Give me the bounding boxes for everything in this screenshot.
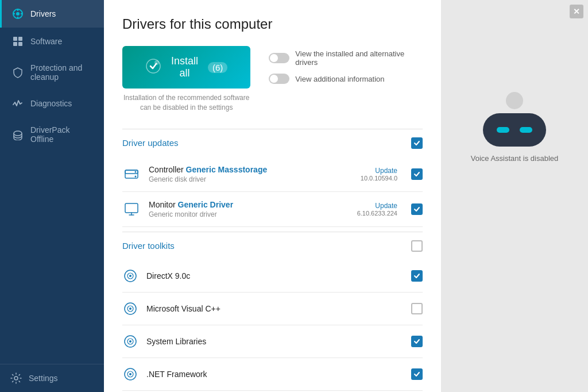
diagnostics-icon — [12, 98, 24, 109]
toolkit-checkbox-syslib[interactable] — [411, 336, 423, 347]
directx-icon — [122, 268, 138, 284]
meta-label-controller: Update — [351, 167, 397, 175]
svg-point-33 — [129, 373, 131, 375]
meta-version-controller: 10.0.10594.0 — [351, 175, 397, 182]
install-note: Installation of the recommended software… — [123, 93, 250, 113]
toggle-row-installed: View the installed and alternative drive… — [269, 49, 423, 67]
svg-rect-8 — [13, 42, 17, 46]
toggle-row-additional: View additional information — [269, 74, 423, 84]
storage-icon — [122, 165, 141, 183]
driver-meta-monitor: Update 6.10.6233.224 — [351, 202, 397, 217]
svg-point-24 — [129, 275, 131, 277]
robot-head — [506, 92, 523, 109]
toolkit-name-vcpp: Microsoft Visual C++ — [146, 304, 403, 313]
svg-point-18 — [135, 175, 137, 177]
sidebar-item-diagnostics[interactable]: Diagnostics — [0, 90, 104, 117]
driver-name-monitor: Monitor Generic Driver — [149, 200, 343, 209]
page-title: Drivers for this computer — [122, 16, 423, 32]
install-btn-icon: + — [145, 58, 161, 77]
toolkit-checkbox-dotnet[interactable] — [411, 368, 423, 380]
driver-toolkits-section-header: Driver toolkits — [122, 232, 423, 260]
toolkit-checkbox-vcpp[interactable] — [411, 303, 423, 314]
install-all-button[interactable]: + Install all (6) — [122, 46, 250, 89]
toggle-options: View the installed and alternative drive… — [269, 46, 423, 84]
driver-sub-controller: Generic disk driver — [149, 175, 343, 183]
drivers-icon — [12, 8, 24, 20]
install-section: + Install all (6) Installation of the re… — [122, 46, 423, 113]
settings-label: Settings — [29, 374, 58, 383]
dotnet-icon — [122, 366, 138, 382]
sidebar: Drivers Software Protection and cleanup … — [0, 0, 104, 392]
driver-name-highlight: Generic Massstorage — [186, 165, 268, 174]
toolkit-name-directx: DirectX 9.0c — [146, 271, 403, 280]
syslib-icon — [122, 333, 138, 349]
driver-toolkits-checkbox[interactable] — [411, 240, 423, 252]
svg-point-27 — [129, 308, 131, 310]
toolkit-row-directx: DirectX 9.0c — [122, 260, 423, 293]
sidebar-label-offline: DriverPack Offline — [30, 125, 94, 144]
driver-info-monitor: Monitor Generic Driver Generic monitor d… — [149, 200, 343, 218]
protection-icon — [12, 67, 24, 78]
driver-updates-checkbox[interactable] — [411, 137, 423, 149]
sidebar-item-protection[interactable]: Protection and cleanup — [0, 55, 104, 90]
toolkit-name-dotnet: .NET Framework — [146, 370, 403, 379]
sidebar-item-drivers[interactable]: Drivers — [0, 0, 104, 28]
toolkit-row-dotnet: .NET Framework — [122, 358, 423, 391]
svg-rect-19 — [125, 203, 138, 213]
svg-point-11 — [14, 376, 18, 380]
robot-body — [483, 113, 546, 147]
svg-rect-7 — [18, 37, 22, 41]
main-area: Drivers for this computer + Install all … — [104, 0, 441, 392]
driver-toolkits-label: Driver toolkits — [122, 241, 175, 251]
install-btn-label: Install all — [167, 55, 202, 79]
driver-checkbox-controller[interactable] — [411, 168, 423, 180]
driver-name-controller: Controller Generic Massstorage — [149, 165, 343, 174]
voice-assistant-label: Voice Assistant is disabled — [471, 153, 558, 164]
svg-text:+: + — [156, 62, 158, 65]
driver-checkbox-monitor[interactable] — [411, 203, 423, 215]
driver-name-prefix: Controller — [149, 165, 186, 174]
driver-updates-label: Driver updates — [122, 138, 179, 148]
sidebar-label-diagnostics: Diagnostics — [30, 99, 72, 108]
driver-sub-monitor: Generic monitor driver — [149, 210, 343, 218]
monitor-prefix: Monitor — [149, 200, 178, 209]
robot-eye-right — [520, 127, 532, 133]
meta-version-monitor: 6.10.6233.224 — [351, 210, 397, 217]
toolkit-checkbox-directx[interactable] — [411, 270, 423, 282]
meta-label-monitor: Update — [351, 202, 397, 210]
svg-rect-6 — [13, 37, 17, 41]
toggle-installed-label: View the installed and alternative drive… — [295, 49, 423, 67]
toolkit-row-vcpp: Microsoft Visual C++ — [122, 293, 423, 325]
driver-updates-section-header: Driver updates — [122, 129, 423, 157]
svg-point-17 — [135, 171, 137, 172]
toggle-installed[interactable] — [269, 53, 289, 63]
robot-eye-left — [497, 127, 509, 133]
content-panel: Drivers for this computer + Install all … — [104, 0, 441, 392]
sidebar-label-protection: Protection and cleanup — [30, 63, 94, 82]
sidebar-item-software[interactable]: Software — [0, 28, 104, 55]
toggle-additional-label: View additional information — [295, 75, 384, 83]
install-btn-area: + Install all (6) Installation of the re… — [122, 46, 250, 113]
svg-point-10 — [14, 131, 22, 136]
sidebar-label-drivers: Drivers — [30, 9, 56, 18]
toggle-additional[interactable] — [269, 74, 289, 84]
sidebar-label-software: Software — [30, 37, 62, 46]
settings-item[interactable]: Settings — [0, 364, 104, 392]
driver-row-monitor: Monitor Generic Driver Generic monitor d… — [122, 192, 423, 227]
right-panel: ✕ Voice Assistant is disabled — [441, 0, 588, 392]
sidebar-item-offline[interactable]: DriverPack Offline — [0, 117, 104, 152]
toolkit-name-syslib: System Libraries — [146, 337, 403, 346]
svg-point-30 — [129, 340, 131, 343]
toolkit-row-syslib: System Libraries — [122, 325, 423, 358]
install-btn-count: (6) — [208, 62, 227, 73]
monitor-icon — [122, 200, 141, 218]
vcpp-icon — [122, 301, 138, 317]
settings-icon — [10, 372, 22, 384]
software-icon — [12, 36, 24, 47]
driver-row-controller: Controller Generic Massstorage Generic d… — [122, 157, 423, 192]
svg-point-1 — [16, 12, 20, 16]
monitor-highlight: Generic Driver — [178, 200, 234, 209]
driver-meta-controller: Update 10.0.10594.0 — [351, 167, 397, 182]
close-button[interactable]: ✕ — [570, 5, 583, 18]
svg-rect-9 — [18, 42, 22, 46]
